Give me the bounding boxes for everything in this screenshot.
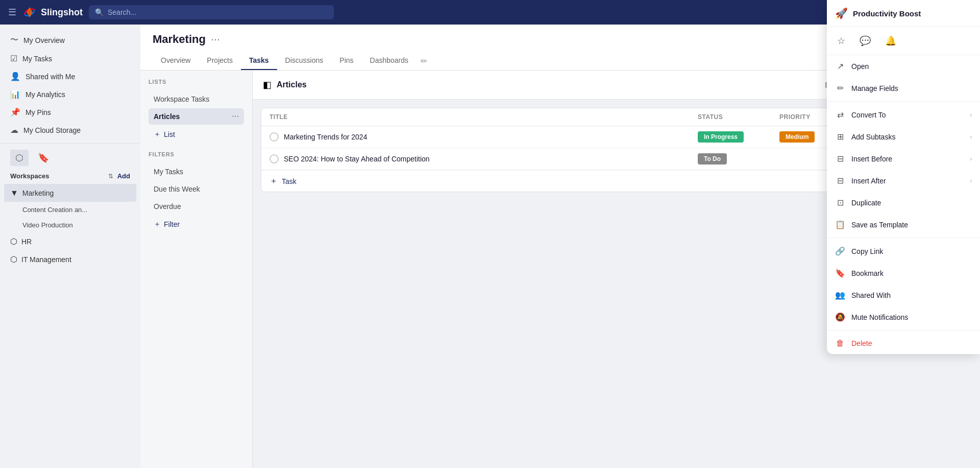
sidebar-item-my-pins[interactable]: 📌 My Pins	[0, 103, 140, 121]
insert-after-label: Insert After	[851, 177, 886, 185]
workspace-item-hr[interactable]: ⬡ HR ⋯	[0, 232, 140, 250]
bookmark-label: Bookmark	[851, 269, 884, 277]
lists-section-label: LISTS	[149, 79, 244, 85]
workspace-icon: ⬡	[10, 237, 17, 246]
filter-item-due-this-week[interactable]: Due this Week	[149, 181, 244, 197]
tab-discussions[interactable]: Discussions	[277, 52, 332, 70]
page-title: Marketing	[153, 33, 206, 46]
layers-view-btn[interactable]: ⬡	[10, 150, 29, 166]
task-header-left: ◧ Articles	[263, 79, 307, 90]
duplicate-icon: ⊡	[835, 198, 845, 207]
copy-link-label: Copy Link	[851, 247, 883, 255]
duplicate-label: Duplicate	[851, 199, 881, 207]
sidebar-item-label: My Analytics	[26, 90, 65, 99]
sidebar-item-label: Shared with Me	[26, 73, 75, 81]
sidebar-item-my-cloud-storage[interactable]: ☁ My Cloud Storage	[0, 121, 140, 139]
add-list-plus-icon: ＋	[154, 130, 161, 139]
sidebar-sub-item-content-creation[interactable]: Content Creation an... ⋯	[0, 202, 140, 217]
my-analytics-icon: 📊	[10, 89, 20, 99]
filter-item-overdue[interactable]: Overdue	[149, 198, 244, 215]
copy-link-icon: 🔗	[835, 246, 845, 256]
context-menu-item-open[interactable]: ↗ Open	[827, 55, 980, 77]
sidebar-sub-item-video-production[interactable]: Video Production ⋯	[0, 217, 140, 232]
convert-to-label: Convert To	[851, 111, 886, 119]
list-item-workspace-tasks[interactable]: Workspace Tasks ⋯	[149, 91, 244, 107]
sidebar-item-my-overview[interactable]: 〜 My Overview	[0, 31, 140, 50]
tab-projects[interactable]: Projects	[199, 52, 241, 70]
context-menu-title: Productivity Boost	[853, 9, 921, 18]
bookmark-view-btn[interactable]: 🔖	[33, 150, 54, 166]
tab-dashboards[interactable]: Dashboards	[362, 52, 417, 70]
insert-before-label: Insert Before	[851, 155, 892, 163]
workspace-name: IT Management	[21, 255, 118, 264]
task-checkbox[interactable]	[270, 132, 279, 142]
context-menu-item-duplicate[interactable]: ⊡ Duplicate	[827, 192, 980, 214]
context-menu-item-copy-link[interactable]: 🔗 Copy Link	[827, 240, 980, 262]
status-badge: To Do	[698, 153, 727, 165]
priority-badge: Medium	[779, 131, 815, 143]
insert-before-icon: ⊟	[835, 154, 845, 163]
open-icon: ↗	[835, 61, 845, 71]
context-menu-item-convert-to[interactable]: ⇄ Convert To ›	[827, 104, 980, 126]
tab-tasks[interactable]: Tasks	[241, 52, 277, 70]
context-menu-item-save-as-template[interactable]: 📋 Save as Template	[827, 214, 980, 236]
my-cloud-storage-icon: ☁	[10, 125, 18, 135]
task-status-cell: In Progress	[698, 131, 779, 143]
sidebar-views: ⬡ 🔖	[0, 148, 140, 168]
app-logo[interactable]: Slingshot	[22, 5, 83, 19]
mute-notifications-icon: 🔕	[835, 312, 845, 322]
workspace-name: Marketing	[22, 189, 118, 197]
delete-icon: 🗑	[835, 339, 845, 348]
convert-to-icon: ⇄	[835, 110, 845, 120]
context-menu-item-manage-fields[interactable]: ✏ Manage Fields	[827, 77, 980, 99]
sort-icon[interactable]: ⇅	[108, 173, 113, 180]
shared-with-label: Shared With	[851, 291, 891, 299]
context-menu-item-bookmark[interactable]: 🔖 Bookmark	[827, 262, 980, 284]
add-workspace-btn[interactable]: Add	[117, 172, 130, 180]
task-status-cell: To Do	[698, 153, 779, 165]
tab-pins[interactable]: Pins	[331, 52, 361, 70]
chat-icon[interactable]: 💬	[857, 33, 873, 49]
context-menu-item-mute-notifications[interactable]: 🔕 Mute Notifications	[827, 306, 980, 328]
list-item-label: Workspace Tasks	[154, 95, 209, 103]
workspace-name: HR	[21, 238, 118, 246]
tab-edit-icon[interactable]: ✏	[416, 52, 431, 70]
context-menu: 🚀 Productivity Boost ☆ 💬 🔔 ↗ Open ✏ Mana…	[827, 0, 980, 354]
insert-after-icon: ⊟	[835, 176, 845, 185]
context-menu-item-add-subtasks[interactable]: ⊞ Add Subtasks ›	[827, 126, 980, 148]
add-task-icon: ＋	[270, 176, 278, 186]
sidebar-item-shared-with-me[interactable]: 👤 Shared with Me	[0, 67, 140, 85]
add-filter-button[interactable]: ＋ Filter	[149, 216, 244, 233]
task-title-cell: SEO 2024: How to Stay Ahead of Competiti…	[270, 154, 698, 163]
page-title-more-icon[interactable]: ⋯	[211, 34, 220, 45]
workspace-item-it-management[interactable]: ⬡ IT Management ⋯	[0, 250, 140, 268]
filter-item-my-tasks[interactable]: My Tasks	[149, 163, 244, 180]
search-bar[interactable]: 🔍	[89, 5, 334, 19]
mute-notifications-label: Mute Notifications	[851, 313, 908, 321]
context-menu-item-shared-with[interactable]: 👥 Shared With	[827, 284, 980, 306]
save-as-template-icon: 📋	[835, 220, 845, 229]
workspace-item-marketing[interactable]: ▼ Marketing ⋯	[4, 184, 136, 202]
context-menu-item-delete[interactable]: 🗑 Delete	[827, 333, 980, 354]
search-icon: 🔍	[95, 8, 104, 16]
workspaces-header: Workspaces ⇅ Add	[0, 168, 140, 184]
task-checkbox[interactable]	[270, 154, 279, 163]
add-subtasks-icon: ⊞	[835, 132, 845, 142]
manage-fields-icon: ✏	[835, 83, 845, 93]
notification-icon[interactable]: 🔔	[883, 33, 898, 49]
tab-overview[interactable]: Overview	[153, 52, 199, 70]
context-menu-item-insert-before[interactable]: ⊟ Insert Before ›	[827, 148, 980, 170]
list-item-more-icon[interactable]: ⋯	[232, 112, 239, 121]
context-menu-divider-2	[827, 238, 980, 238]
col-header-title: Title	[270, 113, 698, 121]
search-input[interactable]	[108, 8, 328, 16]
star-icon[interactable]: ☆	[835, 33, 847, 49]
hamburger-icon[interactable]: ☰	[8, 7, 16, 18]
sidebar-item-my-analytics[interactable]: 📊 My Analytics	[0, 85, 140, 103]
sidebar-item-my-tasks[interactable]: ☑ My Tasks	[0, 50, 140, 67]
add-list-button[interactable]: ＋ List	[149, 126, 244, 143]
list-item-articles[interactable]: Articles ⋯	[149, 108, 244, 125]
workspaces-controls[interactable]: ⇅ Add	[108, 172, 130, 180]
context-menu-item-insert-after[interactable]: ⊟ Insert After ›	[827, 170, 980, 192]
my-pins-icon: 📌	[10, 107, 20, 117]
